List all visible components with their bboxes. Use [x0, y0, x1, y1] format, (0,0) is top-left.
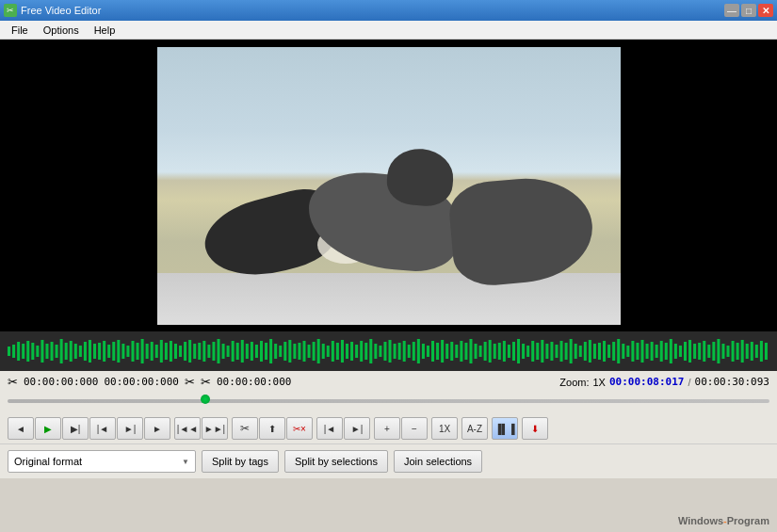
extract-button[interactable]: ⬆ [259, 417, 285, 440]
menu-help[interactable]: Help [87, 23, 123, 38]
video-area [0, 40, 777, 331]
svg-rect-16 [84, 342, 87, 361]
svg-rect-35 [174, 344, 177, 359]
svg-rect-153 [737, 343, 739, 360]
menu-file[interactable]: File [4, 23, 36, 38]
svg-rect-158 [760, 341, 763, 362]
export-button[interactable]: ⬇ [522, 417, 548, 440]
svg-rect-104 [503, 341, 506, 362]
split-by-tags-button[interactable]: Split by tags [202, 450, 279, 473]
svg-rect-154 [741, 340, 744, 363]
svg-rect-43 [212, 342, 215, 361]
svg-rect-150 [721, 344, 724, 359]
scissors-start-icon: ✂ [8, 375, 18, 389]
go-end-button[interactable]: ►►| [202, 417, 228, 440]
svg-rect-14 [74, 344, 77, 359]
play-button[interactable]: ▶ [35, 417, 61, 440]
svg-rect-77 [374, 344, 377, 359]
svg-rect-90 [436, 343, 439, 360]
minimize-button[interactable]: — [724, 4, 739, 17]
scrubber-row[interactable] [8, 393, 769, 410]
current-time: 00:00:08:017 [609, 376, 684, 388]
svg-rect-65 [317, 339, 320, 363]
svg-rect-59 [288, 340, 291, 363]
svg-rect-58 [283, 342, 286, 361]
svg-rect-147 [707, 345, 710, 358]
svg-rect-31 [155, 345, 158, 358]
forward-step-button[interactable]: ► [144, 417, 170, 440]
zoom-label-text: Zoom: [559, 377, 589, 388]
scissors-cut2-icon: ✂ [201, 375, 211, 389]
zoom-info: Zoom: 1X 00:00:08:017 / 00:00:30:093 [559, 376, 769, 388]
svg-rect-123 [593, 344, 596, 359]
visualizer-button[interactable]: ▐▌▐ [492, 417, 518, 440]
svg-rect-22 [112, 342, 115, 361]
format-label: Original format [14, 456, 82, 467]
svg-rect-70 [341, 340, 344, 363]
vol-up-button[interactable]: + [374, 417, 400, 440]
svg-rect-100 [484, 342, 487, 361]
svg-rect-13 [70, 341, 73, 362]
speed-button[interactable]: 1X [431, 417, 458, 440]
svg-rect-53 [260, 341, 263, 362]
svg-rect-133 [640, 340, 643, 363]
svg-rect-142 [684, 342, 687, 361]
format-dropdown[interactable]: Original format ▼ [8, 450, 196, 473]
prev-frame-button[interactable]: |◄ [89, 417, 116, 440]
end-time: 00:00:00:000 [104, 376, 178, 388]
svg-rect-76 [369, 339, 372, 363]
svg-rect-84 [408, 345, 411, 358]
svg-rect-112 [541, 340, 543, 363]
svg-rect-62 [302, 341, 305, 362]
svg-rect-106 [512, 342, 515, 361]
delete-button[interactable]: ✂× [286, 417, 313, 440]
back-step-button[interactable]: ◄ [8, 417, 34, 440]
play-end-button[interactable]: ▶| [62, 417, 89, 440]
svg-rect-49 [241, 340, 244, 363]
az-sort-button[interactable]: A-Z [461, 417, 488, 440]
vol-down-button[interactable]: − [401, 417, 428, 440]
svg-rect-42 [207, 345, 210, 358]
svg-rect-11 [60, 339, 63, 363]
svg-rect-99 [479, 346, 482, 357]
scissors-cut-icon: ✂ [185, 375, 195, 389]
go-start-button[interactable]: |◄◄ [174, 417, 201, 440]
next-frame-button[interactable]: ►| [117, 417, 143, 440]
timeline-section: ✂ 00:00:00:000 00:00:00:000 ✂ ✂ 00:00:00… [0, 371, 777, 443]
svg-rect-40 [198, 343, 201, 360]
join-selections-button[interactable]: Join selections [394, 450, 482, 473]
close-button[interactable]: ✕ [758, 4, 773, 17]
svg-rect-1 [12, 345, 15, 358]
maximize-button[interactable]: □ [741, 4, 756, 17]
cut-button[interactable]: ✂ [232, 417, 258, 440]
svg-rect-63 [308, 345, 311, 358]
svg-rect-139 [670, 339, 672, 363]
svg-rect-109 [526, 346, 529, 357]
svg-rect-92 [445, 344, 448, 359]
svg-rect-110 [531, 341, 534, 362]
split-by-selections-button[interactable]: Split by selections [284, 450, 388, 473]
prev-mark-button[interactable]: |◄ [316, 417, 343, 440]
svg-rect-23 [117, 340, 120, 363]
watermark: Windows-Program [678, 515, 769, 526]
seal-2-head [384, 146, 455, 208]
svg-rect-144 [693, 344, 696, 359]
seal-3 [446, 172, 596, 288]
cut-time: 00:00:00:000 [217, 376, 291, 388]
svg-rect-89 [431, 341, 434, 362]
svg-rect-101 [489, 340, 492, 363]
svg-rect-36 [179, 346, 182, 357]
volume-group: + − [374, 417, 428, 440]
svg-rect-34 [170, 341, 172, 362]
svg-rect-20 [103, 341, 105, 362]
svg-rect-145 [698, 343, 701, 360]
menu-options[interactable]: Options [36, 23, 87, 38]
svg-rect-93 [450, 342, 453, 361]
next-mark-button[interactable]: ►| [344, 417, 370, 440]
svg-rect-2 [17, 342, 20, 361]
scrubber-handle[interactable] [201, 395, 210, 404]
svg-rect-87 [422, 344, 425, 359]
svg-rect-94 [455, 345, 458, 358]
waveform-area[interactable] [0, 331, 777, 371]
svg-rect-32 [160, 340, 163, 363]
